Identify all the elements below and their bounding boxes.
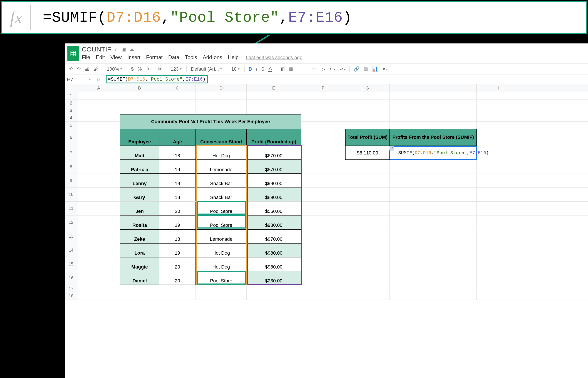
row-header[interactable]: 8 xyxy=(65,160,77,174)
age-cell[interactable]: 19 xyxy=(159,160,196,174)
star-icon[interactable]: ☆ xyxy=(114,46,118,52)
cell[interactable] xyxy=(301,257,345,271)
cell[interactable] xyxy=(77,129,120,146)
table-header[interactable]: Age xyxy=(159,129,196,146)
cell[interactable] xyxy=(301,230,345,243)
cell[interactable] xyxy=(390,174,477,188)
profit-cell[interactable]: $980.00 xyxy=(247,174,301,188)
col-header-e[interactable]: E xyxy=(247,84,301,92)
cell[interactable] xyxy=(247,285,301,292)
employee-cell[interactable]: Lenny xyxy=(120,174,159,188)
row-header[interactable]: 12 xyxy=(65,216,77,229)
cell[interactable] xyxy=(477,174,521,188)
employee-cell[interactable]: Gary xyxy=(120,188,159,201)
cell[interactable] xyxy=(477,285,521,292)
stand-cell[interactable]: Lemonade xyxy=(196,160,247,174)
cell[interactable] xyxy=(77,285,120,292)
row-header[interactable]: 17 xyxy=(65,285,77,292)
cell[interactable] xyxy=(390,107,477,114)
cell[interactable] xyxy=(247,99,301,107)
row-header[interactable]: 14 xyxy=(65,243,77,257)
text-color-button[interactable]: A xyxy=(267,65,274,73)
cell[interactable] xyxy=(301,285,345,292)
menu-data[interactable]: Data xyxy=(168,54,179,60)
chart-icon[interactable]: 📊 xyxy=(371,65,379,73)
row-header[interactable]: 7 xyxy=(65,146,77,160)
employee-cell[interactable]: Matt xyxy=(120,146,159,160)
font-size-dropdown[interactable]: 10▼ xyxy=(230,66,242,72)
fill-color-icon[interactable]: ◧ xyxy=(279,65,286,73)
cell[interactable] xyxy=(390,230,477,243)
row-header[interactable]: 15 xyxy=(65,257,77,271)
cell[interactable] xyxy=(77,271,120,285)
cell[interactable] xyxy=(345,99,390,107)
profit-cell[interactable]: $980.00 xyxy=(247,216,301,229)
cell[interactable] xyxy=(120,107,159,114)
merge-cells-icon[interactable]: ⬚▼ xyxy=(296,65,305,73)
redo-icon[interactable]: ↷ xyxy=(76,65,82,73)
cell[interactable] xyxy=(345,122,390,129)
profit-cell[interactable]: $890.00 xyxy=(247,188,301,201)
cell[interactable] xyxy=(477,107,521,114)
employee-cell[interactable]: Maggie xyxy=(120,257,159,271)
editing-cell-h7[interactable]: ?=SUMIF(D7:D16,"Pool Store",E7:E16) xyxy=(390,146,477,160)
col-header-h[interactable]: H xyxy=(390,84,477,92)
font-dropdown[interactable]: Default (Ari...▼ xyxy=(189,66,224,72)
table-header[interactable]: Employee xyxy=(120,129,159,146)
profit-cell[interactable]: $970.00 xyxy=(247,230,301,243)
cell[interactable] xyxy=(77,292,120,299)
cell[interactable] xyxy=(390,92,477,99)
cell[interactable] xyxy=(77,257,120,271)
cell[interactable] xyxy=(77,92,120,99)
profit-cell[interactable]: $670.00 xyxy=(247,146,301,160)
stand-cell[interactable]: Pool Store xyxy=(196,216,247,229)
col-header-f[interactable]: F xyxy=(301,84,345,92)
undo-icon[interactable]: ↶ xyxy=(68,65,74,73)
cell[interactable] xyxy=(77,146,120,160)
col-header-b[interactable]: B xyxy=(120,84,159,92)
table-header[interactable]: Profit (Rounded up) xyxy=(247,129,301,146)
cell[interactable] xyxy=(345,92,390,99)
age-cell[interactable]: 20 xyxy=(159,271,196,285)
age-cell[interactable]: 18 xyxy=(159,188,196,201)
cell[interactable] xyxy=(390,292,477,299)
profit-cell[interactable]: $980.00 xyxy=(247,257,301,271)
cell[interactable] xyxy=(345,188,390,201)
cell[interactable] xyxy=(196,99,247,107)
employee-cell[interactable]: Patricia xyxy=(120,160,159,174)
employee-cell[interactable]: Rosita xyxy=(120,216,159,229)
row-header[interactable]: 2 xyxy=(65,99,77,107)
cell[interactable] xyxy=(477,271,521,285)
row-header[interactable]: 13 xyxy=(65,230,77,243)
cell[interactable] xyxy=(477,292,521,299)
cell[interactable] xyxy=(77,216,120,229)
formula-bar[interactable]: =SUMIF(D7:D16,"Pool Store",E7:E16) xyxy=(104,75,208,84)
cell[interactable] xyxy=(247,92,301,99)
table-title[interactable]: Community Pool Net Profit This Week Per … xyxy=(120,114,301,129)
rotate-icon[interactable]: ⤾▼ xyxy=(338,65,347,73)
cell[interactable] xyxy=(301,188,345,201)
employee-cell[interactable]: Jen xyxy=(120,202,159,215)
cell[interactable] xyxy=(477,257,521,271)
cell[interactable] xyxy=(301,174,345,188)
select-all-corner[interactable] xyxy=(65,84,77,92)
cell[interactable] xyxy=(301,243,345,257)
age-cell[interactable]: 18 xyxy=(159,230,196,243)
cell[interactable] xyxy=(345,230,390,243)
stand-cell[interactable]: Snack Bar xyxy=(196,174,247,188)
cell[interactable] xyxy=(120,99,159,107)
stand-cell[interactable]: Pool Store xyxy=(196,271,247,285)
cell[interactable] xyxy=(345,243,390,257)
italic-button[interactable]: I xyxy=(255,65,258,73)
cell[interactable] xyxy=(345,271,390,285)
cell[interactable] xyxy=(345,202,390,215)
sheets-logo-icon[interactable] xyxy=(67,46,79,61)
menu-view[interactable]: View xyxy=(111,54,122,60)
cell[interactable] xyxy=(301,114,345,122)
cell[interactable] xyxy=(390,122,477,129)
cell[interactable] xyxy=(196,292,247,299)
cell[interactable] xyxy=(77,243,120,257)
row-header[interactable]: 3 xyxy=(65,107,77,114)
cell[interactable] xyxy=(477,243,521,257)
borders-icon[interactable]: ▦ xyxy=(287,65,295,73)
